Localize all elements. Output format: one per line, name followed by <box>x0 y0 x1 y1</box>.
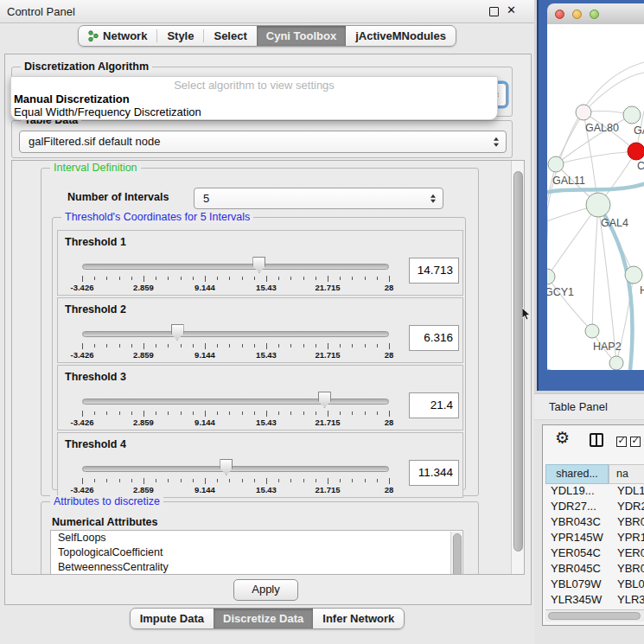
column-header-shared[interactable]: shared... <box>545 464 609 484</box>
interval-definition-group: Interval Definition Number of Intervals … <box>41 168 479 496</box>
slider-tick <box>377 277 378 280</box>
group-legend: Attributes to discretize <box>50 495 163 508</box>
threshold-value-field[interactable]: 21.4 <box>409 392 459 418</box>
network-node-ga[interactable] <box>623 106 641 124</box>
table-row[interactable]: YBL079WYBL0 <box>545 577 644 593</box>
apply-button[interactable]: Apply <box>233 579 298 601</box>
network-node-h[interactable] <box>625 266 642 284</box>
network-edge[interactable] <box>592 205 598 331</box>
close-icon[interactable] <box>507 3 519 17</box>
scrollbar-thumb[interactable] <box>548 612 641 620</box>
network-canvas[interactable]: GAL80GACGAL11GAL4GCY1HHAP2 <box>547 24 644 370</box>
cell-name: YDL1 <box>609 484 644 500</box>
slider-tick <box>266 478 267 484</box>
slider-tick <box>181 344 182 348</box>
slider-tick <box>316 411 316 415</box>
attribute-item-betweennesscentrality[interactable]: BetweennessCentrality <box>51 560 462 575</box>
slider-tick <box>340 411 341 415</box>
threshold-value-field[interactable]: 11.344 <box>409 460 459 486</box>
attribute-item-topologicalcoefficient[interactable]: TopologicalCoefficient <box>51 545 462 560</box>
number-of-intervals-combobox[interactable]: 5 <box>194 188 443 209</box>
table-row[interactable]: YPR145WYPR1 <box>545 531 644 546</box>
cell-shared-name: YDR27... <box>545 500 609 515</box>
table-row[interactable]: YLR345WYLR3 <box>545 593 644 609</box>
tab-impute-data[interactable]: Impute Data <box>131 609 214 628</box>
slider-tick <box>352 277 353 280</box>
combo-arrows-icon <box>494 137 499 147</box>
settings-gear-icon[interactable] <box>555 428 570 448</box>
tab-style[interactable]: Style <box>157 26 203 46</box>
threshold-slider-track[interactable] <box>82 399 389 405</box>
tab-select[interactable]: Select <box>204 26 256 46</box>
bottom-tab-group: Impute DataDiscretize DataInfer Network <box>130 608 405 629</box>
column-header-name[interactable]: na <box>609 464 644 484</box>
network-window-titlebar[interactable] <box>547 3 644 25</box>
attribute-list-scrollbar[interactable] <box>450 532 462 575</box>
slider-tick <box>168 479 169 482</box>
network-node-gal11[interactable] <box>548 156 564 172</box>
network-node-c[interactable] <box>628 143 644 160</box>
algorithm-option-equal-width-frequency-discretization[interactable]: Equal Width/Frequency Discretization <box>11 105 497 118</box>
tab-network[interactable]: Network <box>79 26 156 46</box>
network-edge[interactable] <box>556 151 636 164</box>
network-node-hap2[interactable] <box>585 324 599 338</box>
threshold-value-field[interactable]: 6.316 <box>409 325 459 351</box>
select-rows-checkbox-icon[interactable] <box>630 437 641 447</box>
slider-tick-label: -3.426 <box>63 283 101 292</box>
attributes-group: Attributes to discretize Numerical Attri… <box>41 501 479 575</box>
scrollbar-thumb[interactable] <box>453 533 462 575</box>
network-edge[interactable] <box>547 205 598 277</box>
slider-tick <box>242 344 243 348</box>
network-edge[interactable] <box>547 277 592 331</box>
network-edge[interactable] <box>583 73 644 112</box>
scrollbar-thumb[interactable] <box>513 171 523 552</box>
slider-tick-label: 9.144 <box>186 350 224 360</box>
attribute-item-selfloops[interactable]: SelfLoops <box>51 531 462 545</box>
cell-shared-name: YBL079W <box>545 577 609 593</box>
network-node-gal4[interactable] <box>586 193 610 217</box>
minimize-traffic-light-icon[interactable] <box>572 10 582 19</box>
slider-tick <box>377 411 378 415</box>
table-row[interactable]: YBR045CYBR0 <box>545 562 644 577</box>
table-row[interactable]: YBR043CYBR0 <box>545 515 644 531</box>
table-row[interactable]: YER054CYER0 <box>545 546 644 562</box>
table-row[interactable]: YDL19...YDL1 <box>545 484 644 500</box>
network-edge[interactable] <box>556 112 583 164</box>
slider-tick-label: 15.43 <box>247 418 285 427</box>
network-node-label: GCY1 <box>547 286 574 298</box>
algorithm-option-manual-discretization[interactable]: Manual Discretization <box>11 92 497 105</box>
threshold-slider-thumb[interactable] <box>220 459 233 475</box>
slider-tick <box>266 411 267 417</box>
network-node[interactable] <box>609 356 623 370</box>
table-row[interactable]: YDR27...YDR2 <box>545 500 644 515</box>
select-columns-checkbox-icon[interactable] <box>616 437 627 447</box>
threshold-slider-thumb[interactable] <box>252 257 265 273</box>
threshold-value-field[interactable]: 14.713 <box>409 258 459 284</box>
threshold-slider-thumb[interactable] <box>318 392 331 408</box>
threshold-slider-track[interactable] <box>82 466 389 472</box>
slider-tick-label: -3.426 <box>63 418 101 427</box>
settings-vertical-scrollbar[interactable] <box>511 161 524 574</box>
popup-options: Manual DiscretizationEqual Width/Frequen… <box>11 92 497 118</box>
tab-label: Discretize Data <box>223 612 303 625</box>
network-node-gal80[interactable] <box>576 105 591 120</box>
table-data-combobox[interactable]: galFiltered.sif default node <box>19 131 507 153</box>
threshold-slider-track[interactable] <box>82 264 389 270</box>
close-traffic-light-icon[interactable] <box>555 10 564 19</box>
control-panel: Control Panel NetworkStyleSelectCyni Too… <box>0 0 535 644</box>
tab-discretize-data[interactable]: Discretize Data <box>214 609 313 628</box>
table-data-value: galFiltered.sif default node <box>29 131 160 152</box>
table-horizontal-scrollbar[interactable] <box>545 609 644 622</box>
zoom-traffic-light-icon[interactable] <box>590 10 599 19</box>
network-node-gcy1[interactable] <box>547 269 555 284</box>
split-view-icon[interactable] <box>590 433 603 447</box>
group-legend: Interval Definition <box>50 162 141 175</box>
tab-jactivemnodules[interactable]: jActiveMNodules <box>346 26 456 46</box>
tab-infer-network[interactable]: Infer Network <box>313 609 404 628</box>
slider-tick-label: 9.144 <box>186 485 224 494</box>
threshold-slider-thumb[interactable] <box>171 324 184 341</box>
threshold-panel-4: Threshold 4-3.4262.8599.14415.4321.71528… <box>57 432 463 498</box>
tab-cyni-toolbox[interactable]: Cyni Toolbox <box>257 26 346 46</box>
threshold-slider-track[interactable] <box>82 331 389 337</box>
float-window-icon[interactable] <box>489 7 499 16</box>
